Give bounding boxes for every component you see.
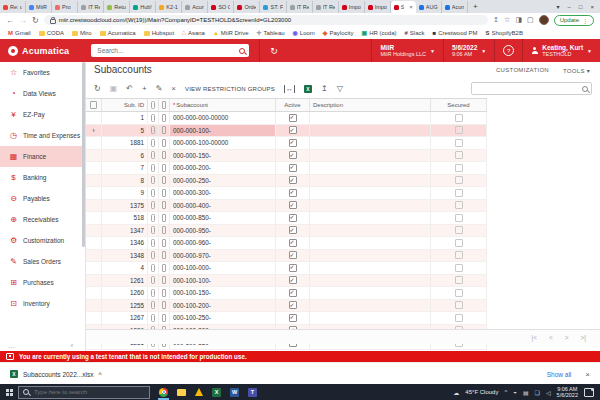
browser-tab[interactable]: Acun [442, 1, 468, 13]
secured-checkbox[interactable] [455, 226, 463, 234]
active-checkbox[interactable] [289, 151, 297, 159]
cell-subaccount[interactable]: 000-100-150- [170, 287, 276, 299]
cell-secured[interactable] [431, 150, 487, 162]
first-page-button[interactable]: |< [531, 334, 536, 341]
taskbar-excel-icon[interactable]: X [211, 384, 222, 400]
taskbar-clock[interactable]: 9:06 AM 5/6/2022 [557, 386, 578, 399]
active-checkbox[interactable] [289, 239, 297, 247]
new-tab-button[interactable]: + [468, 1, 483, 13]
delete-row-button[interactable]: × [171, 84, 176, 94]
bookmark-item[interactable]: Miro [72, 30, 92, 36]
secured-checkbox[interactable] [455, 164, 463, 172]
cell-files[interactable] [148, 187, 159, 199]
bookmark-star-icon[interactable]: ☆ [504, 16, 510, 24]
table-row[interactable]: 4000-100-000- [86, 262, 487, 275]
weather-text[interactable]: 45°F Cloudy [465, 389, 498, 395]
cell-secured[interactable] [431, 300, 487, 312]
secured-checkbox[interactable] [455, 251, 463, 259]
volume-icon[interactable]: ◁ [546, 389, 551, 396]
active-checkbox[interactable] [289, 201, 297, 209]
tab-menu-icon[interactable]: ▾ [557, 3, 560, 10]
cell-active[interactable] [276, 275, 310, 287]
cell-active[interactable] [276, 187, 310, 199]
download-bar-close-icon[interactable]: × [585, 370, 590, 379]
add-row-button[interactable]: + [142, 84, 147, 94]
browser-tab[interactable]: S× [391, 1, 416, 13]
cell-files[interactable] [148, 275, 159, 287]
column-header-subaccount[interactable]: *Subaccount [170, 99, 276, 111]
cell-description[interactable] [310, 175, 431, 187]
edit-button[interactable]: ✎ [156, 84, 163, 94]
table-row[interactable]: 1348000-000-970- [86, 250, 487, 263]
table-row[interactable]: 1267000-100-250- [86, 312, 487, 325]
minimize-icon[interactable]: – [568, 4, 571, 10]
cell-description[interactable] [310, 112, 431, 124]
table-row[interactable]: 1375000-000-400- [86, 200, 487, 213]
sidebar-item-banking[interactable]: $Banking [0, 167, 85, 188]
customization-menu[interactable]: CUSTOMIZATION [496, 67, 549, 74]
filter-icon[interactable]: ▽ [337, 84, 343, 94]
column-header-secured[interactable]: Secured [431, 99, 487, 111]
cell-secured[interactable] [431, 250, 487, 262]
cell-secured[interactable] [431, 125, 487, 137]
global-search[interactable] [91, 44, 249, 57]
help-button[interactable]: ? [494, 39, 522, 62]
cell-description[interactable] [310, 275, 431, 287]
cell-subaccount[interactable]: 000-000-250- [170, 175, 276, 187]
taskbar-teams-icon[interactable]: T [247, 384, 258, 400]
taskbar-word-icon[interactable]: W [229, 384, 240, 400]
secured-checkbox[interactable] [455, 276, 463, 284]
secured-checkbox[interactable] [455, 264, 463, 272]
cell-active[interactable] [276, 162, 310, 174]
cell-subaccount[interactable]: 000-000-100- [170, 125, 276, 137]
bookmark-item[interactable]: ∴Asana [182, 30, 205, 36]
cell-description[interactable] [310, 212, 431, 224]
sidebar-item-receivables[interactable]: ⊕Receivables [0, 209, 85, 230]
cell-secured[interactable] [431, 275, 487, 287]
sidebar-more-button[interactable]: … [8, 342, 15, 349]
cell-description[interactable] [310, 300, 431, 312]
browser-tab[interactable]: IT Re [313, 1, 339, 13]
browser-tab[interactable]: IT Re [287, 1, 313, 13]
cell-notes[interactable] [159, 287, 170, 299]
cell-active[interactable] [276, 262, 310, 274]
forward-icon[interactable]: → [19, 16, 27, 25]
prev-page-button[interactable]: < [549, 334, 553, 341]
cell-active[interactable] [276, 312, 310, 324]
cell-notes[interactable] [159, 275, 170, 287]
sidebar-item-ez-pay[interactable]: ¥EZ-Pay [0, 104, 85, 125]
bookmark-item[interactable]: ▲MiiR Drive [213, 30, 249, 36]
cell-notes[interactable] [159, 187, 170, 199]
side-panel-icon[interactable]: ▢ [527, 16, 534, 24]
cell-secured[interactable] [431, 162, 487, 174]
onedrive-icon[interactable]: ◒ [513, 389, 517, 395]
browser-tab[interactable]: Acun [182, 1, 208, 13]
cell-subaccount[interactable]: 000-000-150- [170, 150, 276, 162]
share-icon[interactable]: ↥ [493, 16, 499, 24]
browser-tab[interactable]: Impo [339, 1, 365, 13]
browser-tab[interactable]: K2-1 [156, 1, 182, 13]
table-row[interactable]: 1260000-100-150- [86, 287, 487, 300]
download-caret-icon[interactable]: ^ [98, 371, 101, 378]
extensions-icon[interactable]: ◨ [515, 16, 522, 24]
cell-notes[interactable] [159, 200, 170, 212]
secured-checkbox[interactable] [455, 189, 463, 197]
active-checkbox[interactable] [289, 264, 297, 272]
table-row[interactable]: 7000-000-200- [86, 162, 487, 175]
secured-checkbox[interactable] [455, 239, 463, 247]
cell-subaccount[interactable]: 000-000-400- [170, 200, 276, 212]
cell-notes[interactable] [159, 300, 170, 312]
user-menu[interactable]: Keating, Kurt TESTHOLD ▼ [522, 39, 600, 62]
secured-checkbox[interactable] [455, 139, 463, 147]
column-header-sub-id[interactable]: Sub. ID [102, 99, 148, 111]
browser-tab[interactable]: ST: F [260, 1, 286, 13]
global-search-input[interactable] [95, 46, 236, 55]
sidebar-item-purchases[interactable]: ⊞Purchases [0, 272, 85, 293]
cell-secured[interactable] [431, 312, 487, 324]
active-checkbox[interactable] [289, 139, 297, 147]
cell-files[interactable] [148, 112, 159, 124]
tab-close-icon[interactable]: × [409, 4, 413, 10]
cell-files[interactable] [148, 137, 159, 149]
start-button[interactable] [0, 384, 18, 400]
view-restriction-groups-button[interactable]: VIEW RESTRICTION GROUPS [185, 86, 275, 92]
